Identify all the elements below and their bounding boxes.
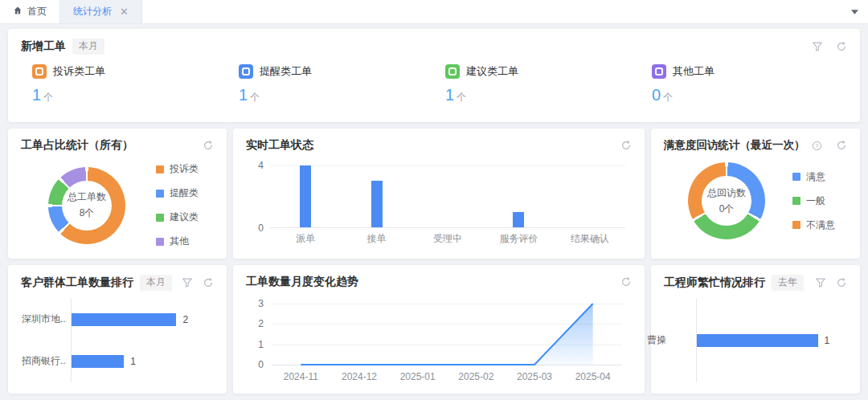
- legend-label: 其他: [170, 235, 189, 248]
- card-title: 满意度回访统计（最近一次）: [664, 138, 805, 153]
- stat-unit: 个: [663, 92, 673, 103]
- refresh-icon[interactable]: [203, 277, 214, 288]
- rank-label: 深圳市地...: [22, 312, 67, 326]
- legend-item[interactable]: 建议类: [156, 210, 199, 224]
- order-ratio-chart: 总工单数 8个 投诉类提醒类建议类其他: [21, 162, 214, 248]
- legend-item[interactable]: 提醒类: [156, 186, 199, 200]
- card-title: 新增工单: [21, 39, 66, 54]
- rank-bar[interactable]: [697, 334, 818, 347]
- stat-header: 建议类工单: [445, 64, 641, 79]
- rank-bar[interactable]: [72, 355, 124, 368]
- trend-line-chart[interactable]: 2024-112024-122025-012025-022025-032025-…: [246, 292, 632, 382]
- card-new-orders: 新增工单 本月 投诉类工单1个提醒类工单1个建议类工单1个其他工单0个: [8, 29, 860, 122]
- donut-center-value: 0个: [719, 202, 735, 216]
- rank-row: 招商银行...1: [72, 354, 203, 369]
- stat-value: 1个: [32, 86, 227, 104]
- stat-header: 其他工单: [652, 64, 847, 79]
- stat-label: 其他工单: [673, 64, 714, 79]
- legend-marker: [792, 173, 800, 181]
- legend-item[interactable]: 不满意: [792, 218, 835, 232]
- tab-bar: 首页 统计分析 ✕: [0, 0, 868, 24]
- customer-rank-rows: 深圳市地...2招商银行...1: [71, 299, 203, 382]
- tab-options-caret-icon[interactable]: [851, 0, 858, 23]
- help-icon[interactable]: ?: [812, 141, 822, 151]
- rank-value: 2: [182, 314, 188, 325]
- refresh-icon[interactable]: [203, 140, 214, 151]
- legend-label: 一般: [806, 194, 825, 208]
- refresh-icon[interactable]: [836, 277, 847, 288]
- legend-label: 建议类: [170, 210, 199, 224]
- rank-bar[interactable]: [72, 313, 176, 326]
- order-ratio-donut[interactable]: 总工单数 8个: [48, 167, 125, 244]
- bar-column: [555, 165, 625, 227]
- tab-stats-label: 统计分析: [73, 5, 112, 18]
- filter-icon[interactable]: [815, 277, 826, 288]
- tab-stats[interactable]: 统计分析 ✕: [59, 0, 142, 23]
- x-axis-label: 服务评价: [483, 232, 554, 246]
- new-order-stat: 其他工单0个: [641, 64, 847, 104]
- legend-item[interactable]: 其他: [156, 235, 199, 248]
- card-status: 实时工单状态 派单接单受理中服务评价结果确认 04: [233, 129, 645, 259]
- new-order-stat: 投诉类工单1个: [21, 64, 227, 104]
- rank-label: 曹操: [647, 333, 692, 347]
- tab-home-label: 首页: [27, 5, 47, 18]
- bar[interactable]: [300, 165, 311, 227]
- dashboard-content: 新增工单 本月 投诉类工单1个提醒类工单1个建议类工单1个其他工单0个 工单占比…: [0, 24, 868, 394]
- rank-value: 1: [825, 335, 830, 346]
- card-new-orders-header: 新增工单 本月: [21, 39, 847, 55]
- status-x-labels: 派单接单受理中服务评价结果确认: [270, 232, 625, 246]
- card-order-ratio: 工单占比统计（所有） 总工单数 8个 投诉类提醒类建议类其他: [8, 129, 227, 259]
- new-order-stat: 提醒类工单1个: [227, 64, 434, 104]
- bar[interactable]: [371, 181, 383, 227]
- work-order-type-icon: [445, 64, 460, 79]
- trend-line-svg: [272, 304, 622, 365]
- refresh-icon[interactable]: [620, 276, 632, 288]
- new-order-stat: 建议类工单1个: [434, 64, 641, 104]
- stat-value: 0个: [652, 86, 847, 104]
- stat-label: 投诉类工单: [53, 64, 105, 79]
- refresh-icon[interactable]: [620, 140, 632, 151]
- y-axis-label: 3: [246, 298, 264, 309]
- refresh-icon[interactable]: [836, 41, 847, 52]
- refresh-icon[interactable]: [836, 140, 847, 151]
- status-bar-chart[interactable]: 派单接单受理中服务评价结果确认 04: [246, 156, 632, 246]
- tab-home[interactable]: 首页: [0, 0, 59, 23]
- period-badge: 去年: [772, 275, 804, 291]
- satisfaction-donut[interactable]: 总回访数 0个: [688, 162, 765, 239]
- legend-item[interactable]: 满意: [792, 170, 835, 184]
- card-title: 实时工单状态: [246, 138, 313, 153]
- bar-column: [341, 165, 411, 227]
- work-order-type-icon: [239, 64, 253, 79]
- legend-item[interactable]: 一般: [792, 194, 835, 208]
- legend-label: 不满意: [806, 218, 835, 232]
- x-axis-label: 2024-12: [330, 371, 389, 382]
- legend-label: 满意: [806, 170, 825, 184]
- bar-column: [270, 165, 341, 227]
- legend-label: 提醒类: [170, 186, 199, 200]
- legend-marker: [156, 238, 164, 246]
- filter-icon[interactable]: [182, 277, 193, 288]
- stat-unit: 个: [250, 92, 260, 103]
- bar[interactable]: [513, 212, 524, 227]
- engineer-rank-chart[interactable]: 曹操1: [664, 299, 847, 382]
- customer-rank-chart[interactable]: 深圳市地...2招商银行...1: [21, 299, 214, 382]
- x-axis-label: 2025-01: [388, 371, 447, 382]
- rank-label: 招商银行...: [22, 354, 67, 368]
- home-icon: [13, 6, 23, 18]
- svg-text:?: ?: [815, 142, 818, 148]
- bar-column: [483, 165, 554, 227]
- y-axis-label: 4: [246, 160, 264, 171]
- legend-item[interactable]: 投诉类: [156, 162, 199, 176]
- stat-value: 1个: [239, 86, 434, 104]
- filter-icon[interactable]: [812, 41, 823, 52]
- period-badge: 本月: [140, 275, 172, 291]
- donut-center-value: 8个: [80, 206, 95, 220]
- x-axis-label: 2025-03: [506, 371, 564, 382]
- satisfaction-legend: 满意一般不满意: [792, 170, 835, 232]
- rank-row: 曹操1: [697, 333, 836, 348]
- card-customer-rank: 客户群体工单数量排行 本月 深圳市地...2招商银行...1: [8, 265, 227, 394]
- trend-area-fill: [301, 304, 592, 365]
- tab-close-icon[interactable]: ✕: [120, 6, 129, 17]
- trend-x-labels: 2024-112024-122025-012025-022025-032025-…: [272, 371, 622, 382]
- y-axis-label: 1: [246, 339, 264, 350]
